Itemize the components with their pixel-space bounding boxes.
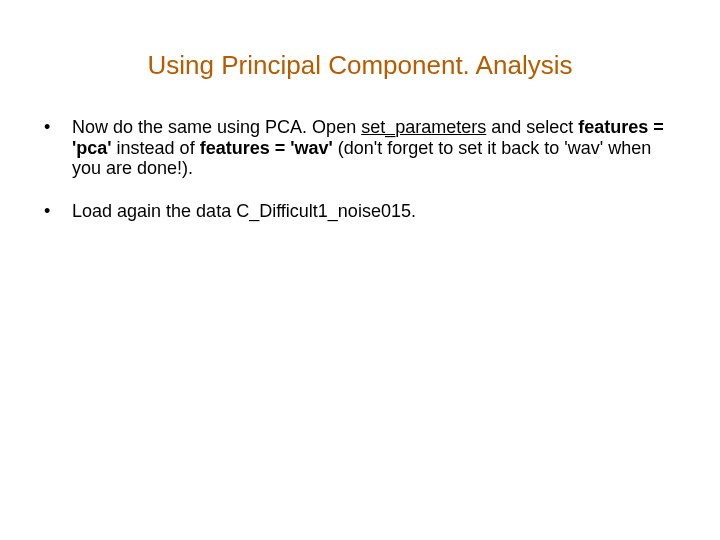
- text-fragment: Load again the data C_Difficult1_noise01…: [72, 201, 416, 221]
- bullet-item-2: • Load again the data C_Difficult1_noise…: [40, 201, 680, 222]
- text-fragment: instead of: [112, 138, 200, 158]
- text-fragment: Now do the same using PCA. Open: [72, 117, 361, 137]
- text-fragment: and select: [486, 117, 578, 137]
- slide: Using Principal Component. Analysis • No…: [0, 0, 720, 540]
- bullet-text-1: Now do the same using PCA. Open set_para…: [72, 117, 680, 179]
- bullet-list: • Now do the same using PCA. Open set_pa…: [40, 117, 680, 222]
- slide-title: Using Principal Component. Analysis: [40, 50, 680, 81]
- bullet-dot-icon: •: [40, 117, 72, 138]
- bullet-item-1: • Now do the same using PCA. Open set_pa…: [40, 117, 680, 179]
- bullet-dot-icon: •: [40, 201, 72, 222]
- bold-features-wav: features = 'wav': [200, 138, 333, 158]
- underline-set-parameters: set_parameters: [361, 117, 486, 137]
- bullet-text-2: Load again the data C_Difficult1_noise01…: [72, 201, 680, 222]
